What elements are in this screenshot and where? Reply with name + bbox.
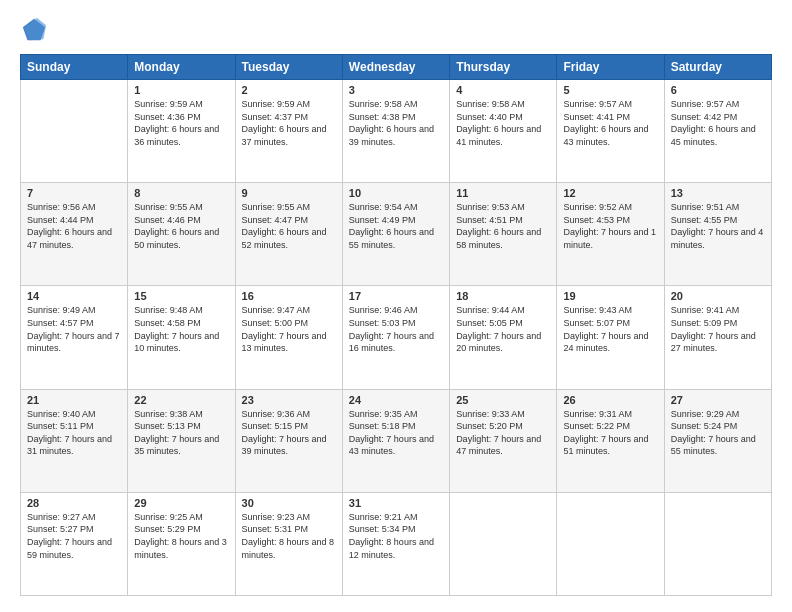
week-row-4: 21Sunrise: 9:40 AMSunset: 5:11 PMDayligh… — [21, 389, 772, 492]
week-row-3: 14Sunrise: 9:49 AMSunset: 4:57 PMDayligh… — [21, 286, 772, 389]
day-cell — [664, 492, 771, 595]
day-cell: 2Sunrise: 9:59 AMSunset: 4:37 PMDaylight… — [235, 80, 342, 183]
day-info: Sunrise: 9:55 AMSunset: 4:46 PMDaylight:… — [134, 201, 228, 251]
column-header-saturday: Saturday — [664, 55, 771, 80]
day-cell: 9Sunrise: 9:55 AMSunset: 4:47 PMDaylight… — [235, 183, 342, 286]
day-number: 25 — [456, 394, 550, 406]
day-cell: 22Sunrise: 9:38 AMSunset: 5:13 PMDayligh… — [128, 389, 235, 492]
day-info: Sunrise: 9:53 AMSunset: 4:51 PMDaylight:… — [456, 201, 550, 251]
day-number: 30 — [242, 497, 336, 509]
column-header-tuesday: Tuesday — [235, 55, 342, 80]
column-header-sunday: Sunday — [21, 55, 128, 80]
day-cell: 5Sunrise: 9:57 AMSunset: 4:41 PMDaylight… — [557, 80, 664, 183]
column-header-monday: Monday — [128, 55, 235, 80]
day-cell: 20Sunrise: 9:41 AMSunset: 5:09 PMDayligh… — [664, 286, 771, 389]
day-info: Sunrise: 9:54 AMSunset: 4:49 PMDaylight:… — [349, 201, 443, 251]
header-row: SundayMondayTuesdayWednesdayThursdayFrid… — [21, 55, 772, 80]
day-cell: 11Sunrise: 9:53 AMSunset: 4:51 PMDayligh… — [450, 183, 557, 286]
day-info: Sunrise: 9:36 AMSunset: 5:15 PMDaylight:… — [242, 408, 336, 458]
day-number: 10 — [349, 187, 443, 199]
day-number: 19 — [563, 290, 657, 302]
day-cell: 13Sunrise: 9:51 AMSunset: 4:55 PMDayligh… — [664, 183, 771, 286]
day-cell: 27Sunrise: 9:29 AMSunset: 5:24 PMDayligh… — [664, 389, 771, 492]
day-info: Sunrise: 9:57 AMSunset: 4:42 PMDaylight:… — [671, 98, 765, 148]
day-cell: 30Sunrise: 9:23 AMSunset: 5:31 PMDayligh… — [235, 492, 342, 595]
week-row-5: 28Sunrise: 9:27 AMSunset: 5:27 PMDayligh… — [21, 492, 772, 595]
day-number: 17 — [349, 290, 443, 302]
day-cell: 21Sunrise: 9:40 AMSunset: 5:11 PMDayligh… — [21, 389, 128, 492]
day-cell: 19Sunrise: 9:43 AMSunset: 5:07 PMDayligh… — [557, 286, 664, 389]
day-number: 6 — [671, 84, 765, 96]
day-cell: 25Sunrise: 9:33 AMSunset: 5:20 PMDayligh… — [450, 389, 557, 492]
day-cell: 1Sunrise: 9:59 AMSunset: 4:36 PMDaylight… — [128, 80, 235, 183]
day-info: Sunrise: 9:25 AMSunset: 5:29 PMDaylight:… — [134, 511, 228, 561]
day-number: 1 — [134, 84, 228, 96]
day-cell — [21, 80, 128, 183]
logo-icon — [20, 16, 48, 44]
day-cell: 17Sunrise: 9:46 AMSunset: 5:03 PMDayligh… — [342, 286, 449, 389]
calendar-page: SundayMondayTuesdayWednesdayThursdayFrid… — [0, 0, 792, 612]
day-cell — [450, 492, 557, 595]
column-header-friday: Friday — [557, 55, 664, 80]
day-number: 13 — [671, 187, 765, 199]
day-number: 16 — [242, 290, 336, 302]
day-cell: 16Sunrise: 9:47 AMSunset: 5:00 PMDayligh… — [235, 286, 342, 389]
day-cell: 23Sunrise: 9:36 AMSunset: 5:15 PMDayligh… — [235, 389, 342, 492]
column-header-wednesday: Wednesday — [342, 55, 449, 80]
day-info: Sunrise: 9:43 AMSunset: 5:07 PMDaylight:… — [563, 304, 657, 354]
day-cell: 15Sunrise: 9:48 AMSunset: 4:58 PMDayligh… — [128, 286, 235, 389]
day-info: Sunrise: 9:59 AMSunset: 4:36 PMDaylight:… — [134, 98, 228, 148]
logo — [20, 16, 52, 44]
day-number: 12 — [563, 187, 657, 199]
day-info: Sunrise: 9:57 AMSunset: 4:41 PMDaylight:… — [563, 98, 657, 148]
day-info: Sunrise: 9:38 AMSunset: 5:13 PMDaylight:… — [134, 408, 228, 458]
day-info: Sunrise: 9:41 AMSunset: 5:09 PMDaylight:… — [671, 304, 765, 354]
day-cell: 26Sunrise: 9:31 AMSunset: 5:22 PMDayligh… — [557, 389, 664, 492]
day-info: Sunrise: 9:52 AMSunset: 4:53 PMDaylight:… — [563, 201, 657, 251]
day-number: 8 — [134, 187, 228, 199]
day-info: Sunrise: 9:49 AMSunset: 4:57 PMDaylight:… — [27, 304, 121, 354]
day-cell: 18Sunrise: 9:44 AMSunset: 5:05 PMDayligh… — [450, 286, 557, 389]
day-number: 27 — [671, 394, 765, 406]
day-info: Sunrise: 9:56 AMSunset: 4:44 PMDaylight:… — [27, 201, 121, 251]
day-cell: 24Sunrise: 9:35 AMSunset: 5:18 PMDayligh… — [342, 389, 449, 492]
day-cell: 7Sunrise: 9:56 AMSunset: 4:44 PMDaylight… — [21, 183, 128, 286]
day-number: 20 — [671, 290, 765, 302]
day-number: 7 — [27, 187, 121, 199]
day-number: 23 — [242, 394, 336, 406]
day-number: 9 — [242, 187, 336, 199]
day-number: 21 — [27, 394, 121, 406]
column-header-thursday: Thursday — [450, 55, 557, 80]
day-cell: 28Sunrise: 9:27 AMSunset: 5:27 PMDayligh… — [21, 492, 128, 595]
day-info: Sunrise: 9:35 AMSunset: 5:18 PMDaylight:… — [349, 408, 443, 458]
day-cell: 29Sunrise: 9:25 AMSunset: 5:29 PMDayligh… — [128, 492, 235, 595]
day-info: Sunrise: 9:47 AMSunset: 5:00 PMDaylight:… — [242, 304, 336, 354]
day-number: 14 — [27, 290, 121, 302]
day-info: Sunrise: 9:29 AMSunset: 5:24 PMDaylight:… — [671, 408, 765, 458]
day-info: Sunrise: 9:27 AMSunset: 5:27 PMDaylight:… — [27, 511, 121, 561]
day-number: 22 — [134, 394, 228, 406]
day-info: Sunrise: 9:59 AMSunset: 4:37 PMDaylight:… — [242, 98, 336, 148]
day-info: Sunrise: 9:44 AMSunset: 5:05 PMDaylight:… — [456, 304, 550, 354]
day-info: Sunrise: 9:21 AMSunset: 5:34 PMDaylight:… — [349, 511, 443, 561]
day-number: 29 — [134, 497, 228, 509]
day-number: 24 — [349, 394, 443, 406]
day-number: 5 — [563, 84, 657, 96]
day-info: Sunrise: 9:31 AMSunset: 5:22 PMDaylight:… — [563, 408, 657, 458]
day-number: 11 — [456, 187, 550, 199]
day-cell: 12Sunrise: 9:52 AMSunset: 4:53 PMDayligh… — [557, 183, 664, 286]
day-info: Sunrise: 9:40 AMSunset: 5:11 PMDaylight:… — [27, 408, 121, 458]
day-cell: 10Sunrise: 9:54 AMSunset: 4:49 PMDayligh… — [342, 183, 449, 286]
day-info: Sunrise: 9:58 AMSunset: 4:40 PMDaylight:… — [456, 98, 550, 148]
calendar-table: SundayMondayTuesdayWednesdayThursdayFrid… — [20, 54, 772, 596]
day-info: Sunrise: 9:51 AMSunset: 4:55 PMDaylight:… — [671, 201, 765, 251]
day-cell: 4Sunrise: 9:58 AMSunset: 4:40 PMDaylight… — [450, 80, 557, 183]
day-number: 18 — [456, 290, 550, 302]
day-cell: 8Sunrise: 9:55 AMSunset: 4:46 PMDaylight… — [128, 183, 235, 286]
day-number: 2 — [242, 84, 336, 96]
day-info: Sunrise: 9:48 AMSunset: 4:58 PMDaylight:… — [134, 304, 228, 354]
day-number: 28 — [27, 497, 121, 509]
day-number: 15 — [134, 290, 228, 302]
day-cell: 14Sunrise: 9:49 AMSunset: 4:57 PMDayligh… — [21, 286, 128, 389]
day-number: 3 — [349, 84, 443, 96]
